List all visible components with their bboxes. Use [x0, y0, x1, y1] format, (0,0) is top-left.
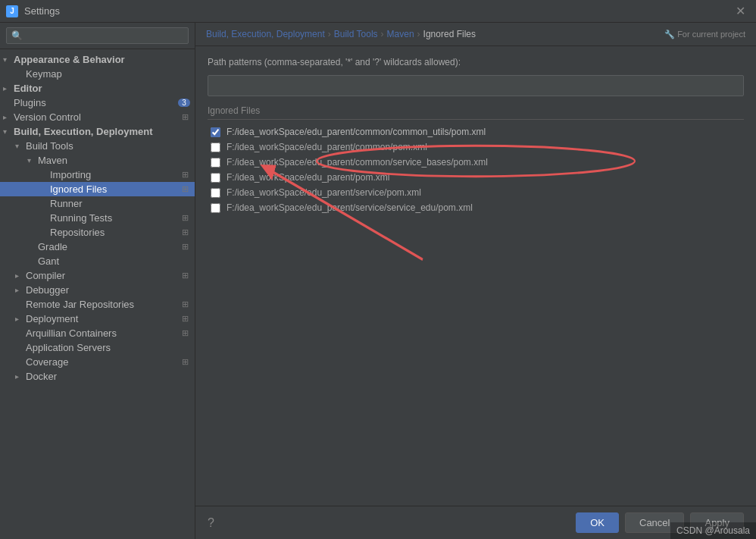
external-icon: ⊞	[180, 328, 190, 339]
tree-arrow	[3, 55, 14, 64]
sidebar-item-arquillian-containers[interactable]: Arquillian Containers⊞	[0, 326, 195, 340]
path-patterns-input[interactable]	[208, 75, 744, 96]
sidebar-item-gant[interactable]: Gant	[0, 254, 195, 268]
breadcrumb-item[interactable]: Maven	[387, 29, 414, 39]
file-list-item: F:/idea_workSpace/edu_parent/service/ser…	[208, 200, 744, 215]
tree-arrow	[15, 286, 26, 294]
for-project-label: 🔧 For current project	[664, 30, 745, 39]
breadcrumb-current: Ignored Files	[423, 29, 476, 39]
sidebar-item-label: Remote Jar Repositories	[26, 299, 180, 310]
file-list-item: F:/idea_workSpace/edu_parent/common/comm…	[208, 124, 744, 139]
sidebar-item-label: Gradle	[38, 241, 180, 252]
sidebar-item-label: Coverage	[26, 356, 180, 368]
sidebar-item-editor[interactable]: Editor	[0, 81, 195, 96]
external-icon: ⊞	[180, 170, 190, 180]
window-title: Settings	[24, 5, 731, 17]
external-icon: ⊞	[180, 112, 190, 123]
external-icon: ⊞	[180, 242, 190, 252]
ignored-files-label: Ignored Files	[208, 105, 744, 120]
sidebar-item-label: Docker	[26, 371, 195, 382]
external-icon: ⊞	[180, 184, 190, 195]
sidebar-item-label: Editor	[14, 83, 195, 94]
tree-arrow	[3, 84, 14, 92]
sidebar-item-label: Arquillian Containers	[26, 327, 180, 339]
sidebar-item-label: Keymap	[26, 68, 195, 80]
sidebar-item-compiler[interactable]: Compiler⊞	[0, 268, 195, 283]
breadcrumb-item[interactable]: Build, Execution, Deployment	[206, 29, 325, 39]
file-list-item: F:/idea_workSpace/edu_parent/common/serv…	[208, 155, 744, 170]
watermark: CSDN @Arousala	[670, 522, 756, 539]
sidebar-item-plugins[interactable]: Plugins3	[0, 96, 195, 110]
ok-button[interactable]: OK	[576, 512, 619, 533]
file-checkbox[interactable]	[211, 158, 220, 168]
search-input[interactable]	[6, 27, 189, 44]
sidebar-tree: Appearance & BehaviorKeymapEditorPlugins…	[0, 49, 195, 539]
sidebar-item-label: Maven	[38, 155, 195, 166]
sidebar-item-ignored-files[interactable]: Ignored Files⊞	[0, 182, 195, 196]
sidebar-item-gradle[interactable]: Gradle⊞	[0, 240, 195, 254]
sidebar-item-application-servers[interactable]: Application Servers	[0, 340, 195, 355]
tree-arrow	[3, 127, 14, 136]
sidebar-item-label: Gant	[38, 255, 195, 267]
sidebar-item-label: Repositories	[50, 227, 180, 238]
breadcrumb-item[interactable]: Build Tools	[334, 29, 378, 39]
file-checkbox[interactable]	[211, 173, 220, 183]
file-checkbox[interactable]	[211, 143, 220, 152]
file-path: F:/idea_workSpace/edu_parent/service/pom…	[226, 187, 421, 198]
app-icon: J	[6, 5, 18, 17]
file-path: F:/idea_workSpace/edu_parent/pom.xml	[226, 172, 389, 183]
sidebar: Appearance & BehaviorKeymapEditorPlugins…	[0, 23, 195, 539]
right-panel: Build, Execution, Deployment›Build Tools…	[195, 23, 756, 539]
sidebar-item-maven[interactable]: Maven	[0, 153, 195, 168]
sidebar-item-build-execution-deployment[interactable]: Build, Execution, Deployment	[0, 124, 195, 139]
sidebar-item-appearance-behavior[interactable]: Appearance & Behavior	[0, 52, 195, 67]
sidebar-item-label: Application Servers	[26, 342, 195, 353]
main-content: Appearance & BehaviorKeymapEditorPlugins…	[0, 23, 756, 539]
external-icon: ⊞	[180, 227, 190, 238]
external-icon: ⊞	[180, 271, 190, 281]
title-bar: J Settings ✕	[0, 0, 756, 23]
sidebar-item-label: Appearance & Behavior	[14, 54, 195, 65]
tree-arrow	[15, 315, 26, 323]
sidebar-item-label: Build Tools	[26, 140, 195, 152]
sidebar-item-keymap[interactable]: Keymap	[0, 67, 195, 81]
sidebar-item-build-tools[interactable]: Build Tools	[0, 139, 195, 153]
panel-description: Path patterns (comma-separated, '*' and …	[208, 57, 744, 67]
sidebar-item-repositories[interactable]: Repositories⊞	[0, 225, 195, 240]
help-button[interactable]: ?	[208, 516, 214, 530]
sidebar-item-remote-jar-repositories[interactable]: Remote Jar Repositories⊞	[0, 297, 195, 312]
file-path: F:/idea_workSpace/edu_parent/common/pom.…	[226, 142, 427, 152]
file-path: F:/idea_workSpace/edu_parent/common/serv…	[226, 157, 488, 168]
sidebar-item-docker[interactable]: Docker	[0, 369, 195, 384]
sidebar-item-label: Deployment	[26, 313, 180, 324]
tree-arrow	[27, 156, 38, 165]
file-checkbox[interactable]	[211, 188, 220, 198]
tree-arrow	[15, 372, 26, 381]
breadcrumb-separator: ›	[417, 29, 420, 39]
sidebar-item-version-control[interactable]: Version Control⊞	[0, 110, 195, 124]
close-button[interactable]: ✕	[731, 2, 750, 20]
panel-wrapper: Path patterns (comma-separated, '*' and …	[195, 46, 756, 506]
tree-arrow	[15, 142, 26, 150]
sidebar-item-running-tests[interactable]: Running Tests⊞	[0, 211, 195, 225]
external-icon: ⊞	[180, 213, 190, 224]
sidebar-item-importing[interactable]: Importing⊞	[0, 168, 195, 182]
sidebar-item-label: Runner	[50, 198, 195, 209]
external-icon: ⊞	[180, 299, 190, 310]
breadcrumb-separator: ›	[328, 29, 331, 39]
sidebar-item-debugger[interactable]: Debugger	[0, 283, 195, 297]
sidebar-item-label: Ignored Files	[50, 183, 180, 195]
sidebar-item-runner[interactable]: Runner	[0, 196, 195, 211]
sidebar-item-deployment[interactable]: Deployment⊞	[0, 312, 195, 326]
search-box[interactable]	[0, 23, 195, 49]
tree-arrow	[3, 113, 14, 121]
file-list: F:/idea_workSpace/edu_parent/common/comm…	[208, 124, 744, 215]
file-checkbox[interactable]	[211, 127, 220, 137]
file-list-item: F:/idea_workSpace/edu_parent/service/pom…	[208, 185, 744, 200]
sidebar-item-label: Version Control	[14, 111, 180, 123]
file-checkbox[interactable]	[211, 203, 220, 213]
sidebar-item-coverage[interactable]: Coverage⊞	[0, 355, 195, 369]
breadcrumb-bar: Build, Execution, Deployment›Build Tools…	[195, 23, 756, 46]
tree-arrow	[15, 271, 26, 280]
sidebar-item-label: Plugins	[14, 97, 178, 108]
